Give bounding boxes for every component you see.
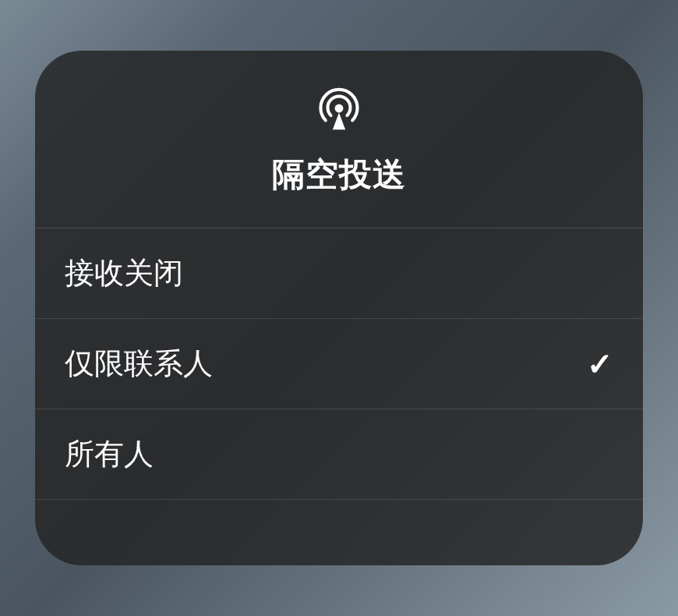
checkmark-icon: ✓ [587,346,613,382]
option-label: 所有人 [65,434,154,474]
option-receiving-off[interactable]: 接收关闭 ✓ [35,228,643,319]
option-everyone[interactable]: 所有人 ✓ [35,409,643,500]
panel-title: 隔空投送 [272,153,406,196]
option-label: 接收关闭 [65,253,183,293]
airdrop-settings-panel: 隔空投送 接收关闭 ✓ 仅限联系人 ✓ 所有人 ✓ [35,51,643,565]
airdrop-icon [316,86,362,131]
svg-point-0 [335,104,344,113]
option-contacts-only[interactable]: 仅限联系人 ✓ [35,319,643,409]
option-label: 仅限联系人 [65,344,213,384]
panel-header: 隔空投送 [35,51,643,228]
